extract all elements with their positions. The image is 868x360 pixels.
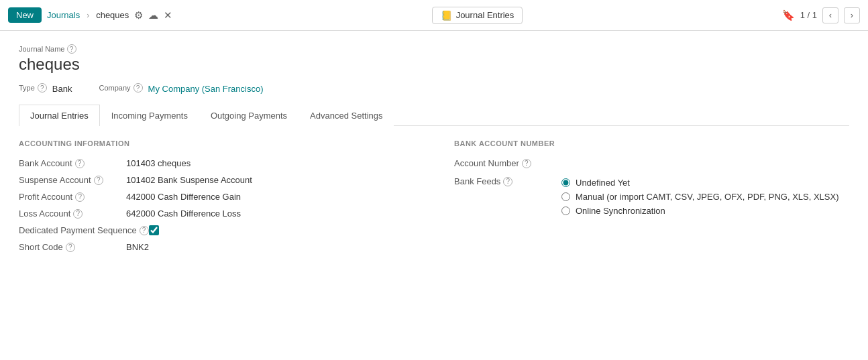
new-button[interactable]: New — [8, 7, 42, 23]
company-value[interactable]: My Company (San Francisco) — [148, 84, 264, 94]
type-company-row: Type ? Bank Company ? My Company (San Fr… — [19, 83, 849, 94]
radio-online-sync-input[interactable] — [561, 206, 570, 215]
topbar-right: 🔖 1 / 1 ‹ › — [782, 7, 860, 23]
short-code-value[interactable]: BNK2 — [126, 242, 149, 252]
breadcrumb-separator: › — [87, 11, 89, 20]
topbar: New Journals › cheques ⚙ ☁ ✕ 📒 Journal E… — [0, 0, 868, 31]
bank-account-number-section-title: BANK ACCOUNT NUMBER — [454, 139, 849, 147]
tab-incoming-payments[interactable]: Incoming Payments — [100, 105, 199, 126]
next-button[interactable]: › — [844, 7, 860, 23]
suspense-account-row: Suspense Account ? 101402 Bank Suspense … — [19, 175, 414, 185]
bank-account-number-section: BANK ACCOUNT NUMBER Account Number ? Ban… — [454, 139, 849, 259]
bank-feeds-radio-group: Undefined Yet Manual (or import CAMT, CS… — [561, 178, 839, 216]
page-indicator: 1 / 1 — [800, 10, 817, 20]
account-number-label: Account Number ? — [454, 158, 561, 168]
dedicated-payment-row: Dedicated Payment Sequence ? — [19, 225, 414, 235]
topbar-center: 📒 Journal Entries — [178, 7, 776, 24]
loss-account-row: Loss Account ? 642000 Cash Difference Lo… — [19, 208, 414, 219]
loss-account-label: Loss Account ? — [19, 208, 126, 219]
tabs: Journal Entries Incoming Payments Outgoi… — [19, 105, 849, 126]
tab-content: ACCOUNTING INFORMATION Bank Account ? 10… — [19, 139, 849, 259]
type-field: Type ? Bank — [19, 83, 72, 94]
bank-feeds-help-icon: ? — [503, 177, 512, 186]
bank-account-row: Bank Account ? 101403 cheques — [19, 158, 414, 168]
radio-undefined-yet[interactable]: Undefined Yet — [561, 178, 839, 188]
cloud-icon[interactable]: ☁ — [148, 9, 158, 21]
prev-button[interactable]: ‹ — [822, 7, 838, 23]
bank-account-help-icon: ? — [75, 159, 85, 168]
type-value: Bank — [52, 84, 72, 94]
radio-manual-import-input[interactable] — [561, 192, 570, 201]
journal-name-help-icon: ? — [67, 44, 76, 54]
accounting-section-title: ACCOUNTING INFORMATION — [19, 139, 414, 147]
dedicated-payment-label: Dedicated Payment Sequence ? — [19, 225, 149, 235]
bank-account-value[interactable]: 101403 cheques — [126, 158, 191, 168]
company-help-icon: ? — [133, 83, 143, 93]
dedicated-payment-checkbox-wrap — [149, 225, 159, 235]
journal-name-label: Journal Name ? — [19, 44, 849, 54]
account-number-help-icon: ? — [522, 159, 531, 168]
discard-icon[interactable]: ✕ — [164, 9, 172, 21]
dedicated-payment-checkbox[interactable] — [149, 225, 159, 235]
company-label: Company ? — [99, 83, 143, 93]
bookmark-icon[interactable]: 🔖 — [782, 9, 795, 21]
journal-entries-center-label: Journal Entries — [456, 10, 514, 20]
breadcrumb-current: cheques — [96, 10, 129, 20]
loss-account-value[interactable]: 642000 Cash Difference Loss — [126, 208, 241, 219]
bank-feeds-row: Bank Feeds ? Undefined Yet Manual (or im… — [454, 175, 849, 216]
account-number-row: Account Number ? — [454, 158, 849, 168]
profit-account-label: Profit Account ? — [19, 192, 126, 202]
radio-manual-import[interactable]: Manual (or import CAMT, CSV, JPEG, OFX, … — [561, 192, 839, 202]
breadcrumb-journals[interactable]: Journals — [47, 10, 80, 20]
tab-outgoing-payments[interactable]: Outgoing Payments — [199, 105, 299, 126]
profit-account-row: Profit Account ? 442000 Cash Difference … — [19, 192, 414, 202]
dedicated-payment-help-icon: ? — [140, 226, 149, 235]
radio-online-sync[interactable]: Online Synchronization — [561, 206, 839, 216]
suspense-account-help-icon: ? — [94, 176, 103, 185]
accounting-info-section: ACCOUNTING INFORMATION Bank Account ? 10… — [19, 139, 414, 259]
short-code-row: Short Code ? BNK2 — [19, 242, 414, 252]
type-label: Type ? — [19, 83, 47, 93]
short-code-help-icon: ? — [66, 243, 75, 252]
profit-account-value[interactable]: 442000 Cash Difference Gain — [126, 192, 241, 202]
settings-icon[interactable]: ⚙ — [134, 9, 143, 21]
topbar-action-icons: ⚙ ☁ ✕ — [134, 9, 172, 21]
book-icon: 📒 — [441, 10, 452, 21]
bank-account-label: Bank Account ? — [19, 158, 126, 168]
profit-account-help-icon: ? — [75, 192, 85, 202]
journal-name-value: cheques — [19, 55, 849, 74]
radio-undefined-yet-input[interactable] — [561, 178, 570, 187]
main-content: Journal Name ? cheques Type ? Bank Compa… — [0, 31, 868, 360]
journal-entries-center-button[interactable]: 📒 Journal Entries — [432, 7, 523, 24]
suspense-account-value[interactable]: 101402 Bank Suspense Account — [126, 175, 252, 185]
loss-account-help-icon: ? — [73, 209, 83, 219]
short-code-label: Short Code ? — [19, 242, 126, 252]
suspense-account-label: Suspense Account ? — [19, 175, 126, 185]
type-help-icon: ? — [38, 83, 47, 93]
tab-advanced-settings[interactable]: Advanced Settings — [299, 105, 394, 126]
bank-feeds-label: Bank Feeds ? — [454, 175, 561, 186]
company-field: Company ? My Company (San Francisco) — [99, 83, 264, 94]
tab-journal-entries[interactable]: Journal Entries — [19, 105, 100, 126]
